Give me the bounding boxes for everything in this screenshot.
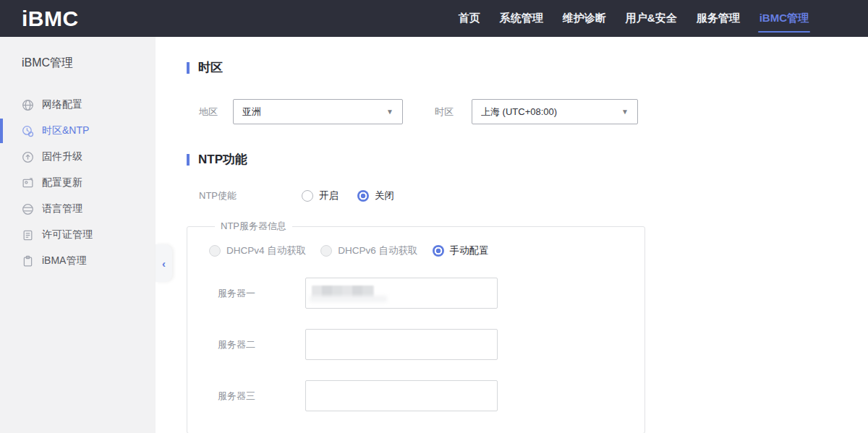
radio-disabled-icon [320,245,332,257]
timezone-label: 时区 [435,106,472,119]
sidebar-item-network-config[interactable]: 网络配置 [0,92,156,118]
region-select[interactable]: 亚洲 ▼ [233,99,403,124]
nav-home[interactable]: 首页 [459,0,480,37]
server-three-input-wrap [305,380,498,411]
server-three-row: 服务器三 [218,380,644,411]
ntp-enable-label: NTP使能 [199,189,302,202]
sidebar-item-timezone-ntp[interactable]: 时区&NTP [0,118,156,144]
radio-label: 关闭 [375,189,394,202]
region-select-value: 亚洲 [242,106,261,119]
radio-label: 开启 [319,189,339,202]
language-icon [22,203,34,215]
manual-config-radio[interactable]: 手动配置 [433,244,489,257]
section-accent-bar [187,154,190,166]
sidebar-item-label: 时区&NTP [42,124,89,137]
main-panel: 时区 地区 亚洲 ▼ 时区 上海 (UTC+08:00) ▼ NTP功能 NTP… [156,37,868,433]
app-logo: iBMC [22,0,79,37]
top-bar: iBMC 首页 系统管理 维护诊断 用户&安全 服务管理 iBMC管理 [0,0,868,37]
ntp-server-group-legend: NTP服务器信息 [215,220,292,233]
nav-user-security[interactable]: 用户&安全 [626,0,677,37]
radio-icon [302,190,313,202]
dhcpv4-auto-radio[interactable]: DHCPv4 自动获取 [209,244,306,257]
radio-disabled-icon [209,245,221,257]
server-one-input-wrap [305,278,498,309]
ntp-server-group: NTP服务器信息 DHCPv4 自动获取 DHCPv6 自动获取 手动配置 服务… [187,220,645,433]
sidebar-item-license-management[interactable]: 许可证管理 [0,222,156,248]
server-one-row: 服务器一 [218,278,644,309]
timezone-section-title: 时区 [187,59,868,76]
sidebar-item-ibma-management[interactable]: iBMA管理 [0,248,156,274]
sidebar-item-label: 语言管理 [42,202,82,215]
sidebar-item-label: 许可证管理 [42,228,93,241]
server-three-label: 服务器三 [218,390,305,403]
firmware-upgrade-icon [22,151,34,163]
sidebar-menu: 网络配置 时区&NTP 固件升级 [0,92,156,274]
radio-label: DHCPv6 自动获取 [338,244,417,257]
sidebar-item-label: 配置更新 [42,176,82,189]
timezone-section-title-text: 时区 [198,59,223,76]
radio-label: DHCPv4 自动获取 [226,244,306,257]
sidebar: iBMC管理 网络配置 时区&NTP [0,37,156,433]
ntp-enable-on-radio[interactable]: 开启 [302,189,339,202]
ntp-enable-row: NTP使能 开启 关闭 [187,189,868,202]
sidebar-item-firmware-upgrade[interactable]: 固件升级 [0,144,156,170]
timezone-form-row: 地区 亚洲 ▼ 时区 上海 (UTC+08:00) ▼ [187,99,868,124]
server-two-label: 服务器二 [218,338,305,351]
timezone-ntp-icon [22,125,34,137]
ntp-server-mode-radio-group: DHCPv4 自动获取 DHCPv6 自动获取 手动配置 [209,244,644,257]
radio-checked-icon [433,245,444,257]
region-label: 地区 [199,106,233,119]
server-one-label: 服务器一 [218,287,305,300]
timezone-select[interactable]: 上海 (UTC+08:00) ▼ [472,99,638,124]
nav-system-management[interactable]: 系统管理 [500,0,543,37]
chevron-down-icon: ▼ [386,108,393,116]
server-two-input-wrap [305,329,498,360]
nav-maintenance-diagnosis[interactable]: 维护诊断 [563,0,606,37]
server-one-input[interactable] [305,278,498,309]
nav-service-management[interactable]: 服务管理 [697,0,740,37]
sidebar-collapse-button[interactable]: ‹ [156,244,172,282]
radio-checked-icon [357,190,369,202]
server-three-input[interactable] [305,380,498,411]
ibma-icon [22,255,34,267]
license-icon [22,229,34,241]
server-two-row: 服务器二 [218,329,644,360]
config-update-icon [22,177,34,189]
radio-label: 手动配置 [450,244,489,257]
dhcpv6-auto-radio[interactable]: DHCPv6 自动获取 [320,244,417,257]
top-nav: 首页 系统管理 维护诊断 用户&安全 服务管理 iBMC管理 [459,0,809,37]
sidebar-item-label: 固件升级 [42,150,82,163]
network-icon [22,99,34,111]
ntp-enable-off-radio[interactable]: 关闭 [357,189,394,202]
timezone-select-value: 上海 (UTC+08:00) [481,106,557,119]
ntp-enable-radio-group: 开启 关闭 [302,189,394,202]
nav-ibmc-management[interactable]: iBMC管理 [760,0,809,37]
sidebar-item-config-update[interactable]: 配置更新 [0,170,156,196]
sidebar-item-label: iBMA管理 [42,254,86,267]
server-two-input[interactable] [305,329,498,360]
sidebar-title: iBMC管理 [0,37,156,71]
sidebar-item-label: 网络配置 [42,98,82,111]
ntp-section-title: NTP功能 [187,151,868,168]
chevron-down-icon: ▼ [621,108,629,116]
sidebar-item-language-management[interactable]: 语言管理 [0,196,156,222]
collapse-chevron-icon: ‹ [162,257,166,270]
ntp-section-title-text: NTP功能 [198,151,247,168]
section-accent-bar [187,62,190,74]
